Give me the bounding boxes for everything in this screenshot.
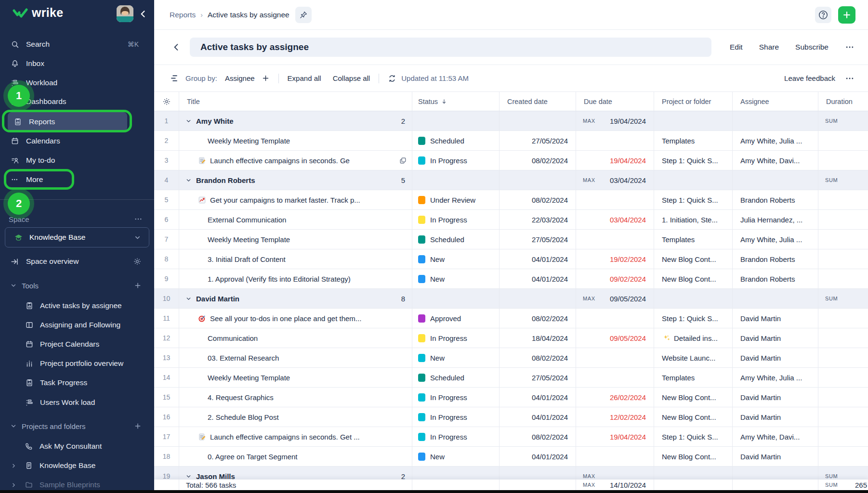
project-cell[interactable]: New Blog Cont... [654, 269, 733, 288]
project-cell[interactable]: New Blog Cont... [654, 407, 733, 427]
task-row[interactable]: 7Weekly Meeting TemplateScheduled27/05/2… [154, 230, 868, 249]
assignee-cell[interactable]: Brandon Roberts [733, 269, 818, 288]
sidebar-item-reports[interactable]: Reports [8, 112, 127, 131]
project-cell[interactable]: New Blog Cont... [654, 249, 733, 269]
project-cell[interactable]: Step 1: Quick S... [654, 190, 733, 209]
group-row[interactable]: 1Amy White2MAX19/04/2024SUM [154, 111, 868, 131]
task-row[interactable]: 17Launch effective campaigns in seconds.… [154, 427, 868, 447]
status-cell[interactable] [412, 170, 500, 190]
due-date-cell[interactable] [576, 368, 654, 387]
back-button[interactable] [171, 42, 181, 52]
status-chip[interactable] [418, 453, 425, 461]
task-row[interactable]: 2Weekly Meeting TemplateScheduled27/05/2… [154, 131, 868, 151]
status-cell[interactable]: Scheduled [412, 131, 500, 150]
assignee-cell[interactable]: Amy White, Julia ... [733, 230, 818, 249]
due-date-cell[interactable]: 19/04/2024 [576, 427, 654, 446]
due-date-cell[interactable]: 12/02/2024 [576, 407, 654, 427]
status-chip[interactable] [418, 393, 425, 402]
created-date-cell[interactable] [500, 170, 576, 190]
sidebar-item-search[interactable]: Search⌘K [0, 35, 154, 54]
toolbar-kebab-icon[interactable] [845, 74, 855, 83]
status-cell[interactable]: Scheduled [412, 230, 500, 249]
collapse-group-chevron-icon[interactable] [185, 473, 192, 480]
assignee-cell[interactable]: Brandon Roberts [733, 249, 818, 269]
assignee-cell[interactable]: Julia Hernandez, ... [733, 210, 818, 229]
project-cell[interactable]: Step 1: Quick S... [654, 151, 733, 170]
report-title-input[interactable]: Active tasks by assignee [190, 38, 711, 57]
task-title-cell[interactable]: Launch effective campaigns in seconds. G… [179, 151, 412, 170]
due-date-cell[interactable]: 19/02/2024 [576, 249, 654, 269]
status-cell[interactable]: In Progress [412, 210, 500, 229]
column-header-due[interactable]: Due date [576, 92, 654, 111]
created-date-cell[interactable]: 04/01/2024 [500, 269, 576, 288]
duplicate-icon[interactable] [399, 156, 407, 165]
status-cell[interactable] [412, 111, 500, 130]
assignee-cell[interactable]: David Martin [733, 309, 818, 328]
task-title-cell[interactable]: 4. Request Graphics [179, 388, 412, 407]
due-date-cell[interactable]: MAX09/05/2024 [576, 289, 654, 308]
due-date-cell[interactable] [576, 131, 654, 150]
status-cell[interactable]: Under Review [412, 190, 500, 209]
column-header-assignee[interactable]: Assignee [733, 92, 818, 111]
status-chip[interactable] [418, 156, 425, 165]
group-row[interactable]: 10David Martin8MAX09/05/2024SUM [154, 289, 868, 309]
due-date-cell[interactable] [576, 309, 654, 328]
task-row[interactable]: 162. Schedule Blog PostIn Progress04/01/… [154, 407, 868, 427]
user-avatar[interactable] [117, 5, 133, 22]
status-cell[interactable]: New [412, 249, 500, 269]
breadcrumb-reports[interactable]: Reports [170, 11, 196, 19]
assignee-cell[interactable] [733, 111, 818, 130]
created-date-cell[interactable]: 08/02/2024 [500, 190, 576, 209]
created-date-cell[interactable]: 27/05/2024 [500, 131, 576, 150]
plus-icon[interactable] [134, 422, 142, 430]
task-title-cell[interactable]: 0. Agree on Target Segment [179, 447, 412, 466]
project-cell[interactable]: 1. Initiation, Ste... [654, 210, 733, 229]
collapse-all-button[interactable]: Collapse all [333, 74, 370, 82]
leave-feedback-button[interactable]: Leave feedback [784, 74, 835, 82]
due-date-cell[interactable]: 19/04/2024 [576, 151, 654, 170]
assignee-cell[interactable]: Amy White, Julia ... [733, 368, 818, 387]
project-cell[interactable]: Step 1: Quick S... [654, 427, 733, 446]
sidebar-item-calendars[interactable]: Calendars [0, 131, 154, 151]
status-cell[interactable]: New [412, 447, 500, 466]
sidebar-item-inbox[interactable]: Inbox [0, 54, 154, 73]
task-title-cell[interactable]: External Communication [179, 210, 412, 229]
assignee-cell[interactable]: David Martin [733, 348, 818, 367]
wrike-logo[interactable]: wrike [13, 6, 63, 20]
status-cell[interactable]: In Progress [412, 427, 500, 446]
project-cell[interactable]: Templates [654, 131, 733, 150]
group-title-cell[interactable]: David Martin8 [179, 289, 412, 308]
project-cell[interactable]: Detailed ins... [654, 328, 733, 348]
refresh-icon[interactable] [388, 74, 396, 83]
status-cell[interactable]: In Progress [412, 151, 500, 170]
due-date-cell[interactable]: 09/02/2024 [576, 269, 654, 288]
add-grouping-plus-icon[interactable] [262, 74, 270, 82]
created-date-cell[interactable]: 08/02/2024 [500, 348, 576, 367]
status-chip[interactable] [418, 354, 425, 362]
status-chip[interactable] [418, 196, 425, 204]
column-header-status[interactable]: Status [412, 92, 500, 111]
created-date-cell[interactable]: 08/02/2024 [500, 427, 576, 446]
column-header-created[interactable]: Created date [500, 92, 576, 111]
collapse-group-chevron-icon[interactable] [185, 296, 192, 302]
tool-item-users-work-load[interactable]: Users Work load [0, 393, 154, 412]
add-button[interactable] [838, 6, 855, 24]
project-cell[interactable]: Templates [654, 230, 733, 249]
column-header-title[interactable]: Title [179, 92, 412, 111]
group-row[interactable]: 4Brandon Roberts5MAX03/04/2024SUM [154, 170, 868, 190]
created-date-cell[interactable]: 18/04/2024 [500, 328, 576, 348]
project-cell[interactable]: Templates [654, 368, 733, 387]
task-row[interactable]: 12CommunicationIn Progress18/04/202409/0… [154, 328, 868, 348]
created-date-cell[interactable] [500, 289, 576, 308]
task-row[interactable]: 154. Request GraphicsIn Progress04/01/20… [154, 388, 868, 407]
created-date-cell[interactable]: 08/02/2024 [500, 151, 576, 170]
project-item-knowledge-base[interactable]: Knowledge Base [0, 456, 154, 475]
task-row[interactable]: 5Get your campaigns to market faster. Tr… [154, 190, 868, 210]
status-cell[interactable]: In Progress [412, 407, 500, 427]
due-date-cell[interactable]: MAX03/04/2024 [576, 170, 654, 190]
status-cell[interactable]: Scheduled [412, 368, 500, 387]
due-date-cell[interactable] [576, 447, 654, 466]
status-chip[interactable] [418, 216, 425, 224]
task-title-cell[interactable]: 3. Initial Draft of Content [179, 249, 412, 269]
status-chip[interactable] [418, 314, 425, 323]
